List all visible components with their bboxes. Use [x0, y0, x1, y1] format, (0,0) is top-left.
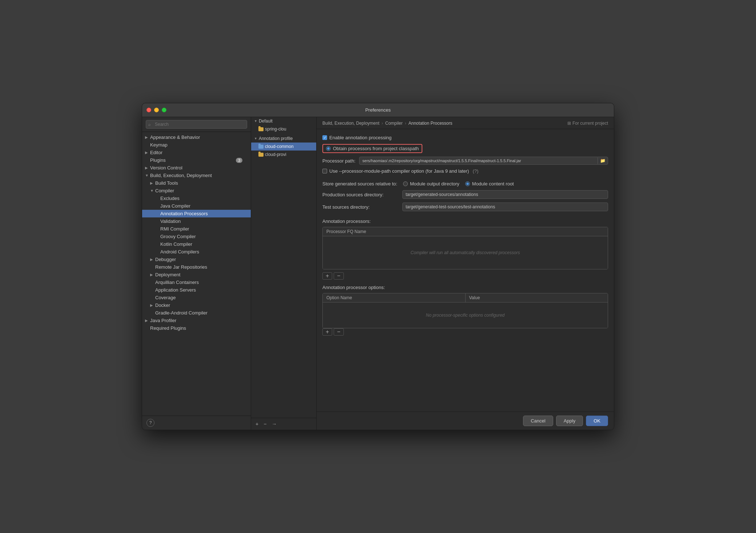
- close-button[interactable]: [146, 108, 151, 112]
- module-output-radio[interactable]: [403, 181, 408, 186]
- processor-module-checkbox[interactable]: [322, 169, 327, 173]
- sidebar-item-version-control[interactable]: ▶ Version Control ⎘: [142, 164, 251, 172]
- default-label: Default: [259, 119, 273, 124]
- obtain-processors-label[interactable]: Obtain processors from project classpath: [326, 146, 419, 151]
- sidebar-item-groovy-compiler[interactable]: Groovy Compiler ⎘: [142, 233, 251, 240]
- breadcrumb-part2: Compiler: [385, 121, 403, 126]
- processor-module-row: Use --processor-module-path compiler opt…: [322, 168, 608, 174]
- profile-panel: ▼ Default spring-clou ▼ Annotation profi…: [251, 117, 317, 430]
- sidebar-item-docker[interactable]: ▶ Docker: [142, 301, 251, 309]
- annotation-table-toolbar: + −: [322, 272, 608, 280]
- sidebar-item-required-plugins[interactable]: Required Plugins: [142, 324, 251, 332]
- sidebar-item-kotlin-compiler[interactable]: Kotlin Compiler ⎘: [142, 240, 251, 248]
- sidebar-item-java-profiler[interactable]: ▶ Java Profiler: [142, 317, 251, 324]
- processor-path-browse-btn[interactable]: 📁: [598, 157, 608, 164]
- sidebar-item-plugins[interactable]: Plugins 3 ⎘: [142, 156, 251, 164]
- breadcrumb-part3: Annotation Processors: [409, 121, 453, 126]
- cloud-provi-item[interactable]: cloud-provi: [251, 151, 316, 159]
- ok-button[interactable]: OK: [586, 416, 608, 426]
- profile-panel-bottom: + − →: [251, 418, 316, 430]
- processor-module-text: Use --processor-module-path compiler opt…: [329, 168, 469, 174]
- maximize-button[interactable]: [162, 108, 166, 112]
- add-annotation-button[interactable]: +: [322, 272, 332, 280]
- plugins-badge: 3: [236, 158, 242, 163]
- expand-arrow: ▶: [150, 303, 155, 307]
- folder-icon: [258, 153, 264, 157]
- cloud-common-item[interactable]: cloud-common: [251, 143, 316, 151]
- expand-arrow: ▶: [145, 318, 150, 322]
- annotation-profiles-section[interactable]: ▼ Annotation profile: [251, 135, 316, 143]
- production-sources-label: Production sources directory:: [322, 192, 399, 197]
- sidebar-item-build-execution[interactable]: ▼ Build, Execution, Deployment: [142, 172, 251, 179]
- processor-path-field: 📁: [359, 157, 608, 165]
- sidebar-item-keymap[interactable]: Keymap: [142, 141, 251, 149]
- sidebar-tree: ▶ Appearance & Behavior Keymap ▶ Editor …: [142, 132, 251, 416]
- breadcrumb-part1: Build, Execution, Deployment: [322, 121, 379, 126]
- no-options-hint: No processor-specific options configured: [426, 313, 505, 318]
- sidebar-item-excludes[interactable]: Excludes ⎘: [142, 195, 251, 202]
- sidebar-item-rmi-compiler[interactable]: RMI Compiler ⎘: [142, 225, 251, 233]
- sidebar-item-label: Java Profiler: [150, 318, 248, 323]
- option-name-col: Option Name: [323, 293, 466, 302]
- sidebar-item-validation[interactable]: Validation ⎘: [142, 217, 251, 225]
- minimize-button[interactable]: [154, 108, 159, 112]
- options-table-header: Option Name Value: [323, 293, 608, 302]
- help-button[interactable]: ?: [146, 419, 154, 427]
- annotation-processors-title: Annotation processors:: [322, 219, 608, 224]
- for-project-label: For current project: [572, 121, 608, 126]
- module-output-option[interactable]: Module output directory: [403, 181, 459, 187]
- expand-arrow: ▼: [145, 173, 150, 177]
- sidebar-item-android-compilers[interactable]: Android Compilers ⎘: [142, 248, 251, 256]
- sidebar-item-label: Excludes: [160, 196, 244, 201]
- processor-path-label: Processor path:: [322, 158, 355, 164]
- sidebar-item-label: Kotlin Compiler: [160, 241, 244, 247]
- sidebar-item-deployment[interactable]: ▶ Deployment ⎘: [142, 271, 251, 278]
- navigate-profile-button[interactable]: →: [270, 420, 278, 428]
- processor-module-label[interactable]: Use --processor-module-path compiler opt…: [322, 168, 478, 174]
- processor-path-input[interactable]: [359, 157, 598, 164]
- apply-button[interactable]: Apply: [556, 416, 583, 426]
- sidebar-item-arquillian[interactable]: Arquillian Containers ⎘: [142, 278, 251, 286]
- sidebar-item-coverage[interactable]: Coverage ⎘: [142, 294, 251, 301]
- add-profile-button[interactable]: +: [254, 420, 260, 428]
- remove-option-button[interactable]: −: [334, 328, 343, 336]
- options-table: Option Name Value No processor-specific …: [322, 293, 608, 328]
- enable-annotation-checkbox[interactable]: [322, 135, 327, 140]
- sidebar-item-label: Required Plugins: [150, 325, 248, 331]
- project-icon: ⊞: [567, 121, 571, 126]
- cancel-button[interactable]: Cancel: [523, 416, 553, 426]
- sidebar-item-label: Docker: [155, 302, 248, 308]
- test-sources-input[interactable]: [402, 203, 608, 211]
- remove-profile-button[interactable]: −: [262, 420, 268, 428]
- sidebar-item-editor[interactable]: ▶ Editor: [142, 149, 251, 156]
- module-content-option[interactable]: Module content root: [465, 181, 514, 187]
- value-col: Value: [466, 293, 608, 302]
- expand-arrow: ▶: [145, 166, 150, 170]
- sidebar-item-remote-jar[interactable]: Remote Jar Repositories ⎘: [142, 263, 251, 271]
- sidebar-item-annotation-processors[interactable]: Annotation Processors ⎘: [142, 210, 251, 217]
- spring-cloud-item[interactable]: spring-clou: [251, 125, 316, 133]
- annotation-table-body: Compiler will run all automatically disc…: [323, 236, 608, 269]
- remove-annotation-button[interactable]: −: [334, 272, 343, 280]
- sidebar-item-debugger[interactable]: ▶ Debugger: [142, 256, 251, 263]
- production-sources-input[interactable]: [402, 190, 608, 199]
- sidebar-item-build-tools[interactable]: ▶ Build Tools ⎘: [142, 179, 251, 187]
- options-table-body: No processor-specific options configured: [323, 302, 608, 328]
- search-input[interactable]: [146, 120, 247, 129]
- folder-icon: [258, 145, 264, 149]
- sidebar-item-compiler[interactable]: ▼ Compiler ⎘: [142, 187, 251, 195]
- sidebar-item-label: Application Servers: [155, 287, 248, 293]
- module-content-radio[interactable]: [465, 181, 470, 186]
- sidebar-item-application-servers[interactable]: Application Servers: [142, 286, 251, 294]
- obtain-processors-radio[interactable]: [326, 146, 331, 151]
- default-section[interactable]: ▼ Default: [251, 117, 316, 125]
- sidebar-item-label: Debugger: [155, 257, 248, 262]
- sidebar-item-label: Deployment: [155, 272, 244, 277]
- sidebar-item-gradle-android[interactable]: Gradle-Android Compiler ⎘: [142, 309, 251, 317]
- sidebar-item-appearance-behavior[interactable]: ▶ Appearance & Behavior: [142, 133, 251, 141]
- sidebar-item-label: Appearance & Behavior: [150, 135, 248, 140]
- add-option-button[interactable]: +: [322, 328, 332, 336]
- enable-annotation-label[interactable]: Enable annotation processing: [322, 135, 391, 140]
- annotation-table-header: Processor FQ Name: [323, 227, 608, 236]
- sidebar-item-java-compiler[interactable]: Java Compiler ⎘: [142, 202, 251, 210]
